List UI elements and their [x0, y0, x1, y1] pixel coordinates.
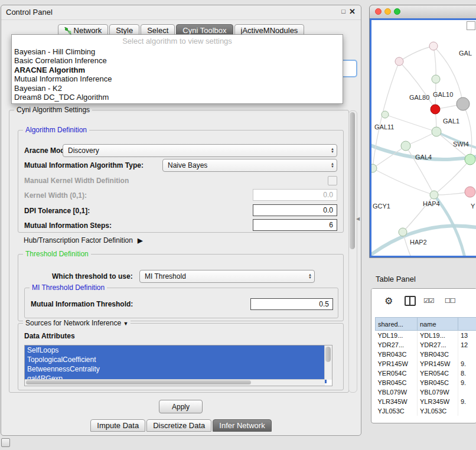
- network-node[interactable]: [371, 164, 377, 172]
- table-cell: YBR045C: [418, 378, 458, 387]
- minimize-traffic-light-icon[interactable]: [384, 8, 391, 15]
- network-node[interactable]: [429, 42, 438, 50]
- tab-infer-network[interactable]: Infer Network: [213, 419, 271, 432]
- algorithm-option[interactable]: ARACNE Algorithm: [12, 66, 343, 75]
- mi-steps-field[interactable]: 6: [253, 219, 337, 231]
- table-cell: YBR045C: [376, 378, 418, 387]
- attribute-list-hscrollbar[interactable]: [25, 379, 325, 386]
- network-node[interactable]: [431, 105, 440, 114]
- network-canvas[interactable]: GALGAL80GAL10GAL11GAL1SWI4GAL4GCY1HAP4HA…: [370, 18, 476, 257]
- dpi-tolerance-label: DPI Tolerance [0,1]:: [24, 207, 90, 215]
- scroll-thumb[interactable]: [26, 380, 251, 384]
- which-threshold-combo[interactable]: MI Threshold ▲▼: [139, 270, 315, 283]
- table-header-row: shared...name: [376, 318, 476, 331]
- table-row[interactable]: YER054CYER054C8.: [376, 369, 476, 378]
- attribute-table: shared...name YDL19...YDL19...13YDR27...…: [375, 317, 476, 416]
- table-row[interactable]: YJL053CYJL053C: [376, 406, 476, 416]
- network-node[interactable]: [465, 154, 475, 165]
- close-icon[interactable]: ✕: [349, 7, 356, 16]
- table-row[interactable]: YDL19...YDL19...13: [376, 331, 476, 341]
- network-edge[interactable]: [373, 168, 434, 195]
- table-toolbar: ⚙ ☑☑ ☐☐: [371, 289, 476, 314]
- dropdown-placeholder: Select algorithm to view settings: [12, 35, 343, 47]
- dropdown-options: Bayesian - Hill ClimbingBasic Correlatio…: [12, 47, 343, 102]
- table-row[interactable]: YBR045CYBR045C9.: [376, 378, 476, 387]
- tab-discretize-data[interactable]: Discretize Data: [146, 419, 211, 432]
- hub-definition-toggle[interactable]: Hub/Transcription Factor Definition ▶: [24, 236, 142, 244]
- attribute-list-vscrollbar[interactable]: [324, 345, 332, 380]
- expand-arrow-icon: ▶: [138, 237, 142, 244]
- network-node[interactable]: [382, 111, 389, 118]
- mi-type-label: Mutual Information Algorithm Type:: [24, 161, 144, 169]
- table-cell: YPR145W: [376, 359, 418, 369]
- mi-threshold-group-title: MI Threshold Definition: [30, 283, 107, 292]
- node-label: HAP2: [410, 239, 427, 246]
- zoom-traffic-light-icon[interactable]: [394, 8, 400, 15]
- network-window-titlebar[interactable]: [370, 5, 476, 19]
- table-row[interactable]: YLR345WYLR345W9.: [376, 397, 476, 406]
- mi-threshold-field[interactable]: 0.5: [250, 298, 333, 310]
- aracne-mode-combo[interactable]: Discovery ▲▼: [63, 144, 337, 157]
- kernel-width-field[interactable]: 0.0: [253, 189, 337, 201]
- algorithm-option[interactable]: Dream8 DC_TDC Algorithm: [12, 93, 343, 102]
- tab-impute-data[interactable]: Impute Data: [90, 419, 145, 432]
- table-row[interactable]: YBL079WYBL079W: [376, 387, 476, 397]
- network-edge[interactable]: [434, 159, 470, 195]
- attribute-list-item[interactable]: SelfLoops: [25, 345, 327, 355]
- manual-kernel-label: Manual Kernel Width Definition: [24, 177, 129, 185]
- network-edge[interactable]: [433, 46, 436, 79]
- mi-type-value: Naive Bayes: [168, 161, 207, 169]
- mi-type-combo[interactable]: Naive Bayes ▲▼: [162, 159, 337, 172]
- dpi-tolerance-field[interactable]: 0.0: [253, 204, 337, 216]
- network-node[interactable]: [457, 97, 470, 110]
- apply-button[interactable]: Apply: [159, 400, 203, 413]
- close-traffic-light-icon[interactable]: [375, 8, 382, 15]
- network-node[interactable]: [399, 228, 407, 236]
- gear-icon[interactable]: ⚙: [384, 295, 393, 306]
- node-label: HAP4: [423, 200, 440, 207]
- network-node[interactable]: [430, 191, 438, 199]
- table-header-cell[interactable]: shared...: [376, 318, 418, 331]
- table-row[interactable]: YDR27...YDR27...12: [376, 340, 476, 350]
- splitpane-collapse-icon[interactable]: ◀: [356, 216, 360, 221]
- network-node[interactable]: [395, 57, 403, 66]
- algorithm-option[interactable]: Bayesian - K2: [12, 84, 343, 93]
- network-node[interactable]: [465, 187, 475, 197]
- aracne-mode-value: Discovery: [68, 146, 99, 155]
- algorithm-option[interactable]: Bayesian - Hill Climbing: [12, 47, 343, 57]
- attribute-list-item[interactable]: TopologicalCoefficient: [25, 355, 327, 364]
- attribute-list-item[interactable]: BetweennessCentrality: [25, 364, 327, 374]
- algorithm-combo-partial[interactable]: [342, 60, 357, 77]
- algorithm-option[interactable]: Basic Correlation Inference: [12, 56, 343, 66]
- table-cell: YER054C: [418, 369, 458, 378]
- algorithm-option[interactable]: Mutual Information Inference: [12, 74, 343, 84]
- select-columns-icon[interactable]: ☑☑: [423, 297, 434, 305]
- network-edge[interactable]: [406, 132, 436, 146]
- network-edge[interactable]: [463, 104, 472, 159]
- network-node[interactable]: [401, 141, 410, 151]
- table-row[interactable]: YPR145WYPR145W9.: [376, 359, 476, 369]
- node-label: GAL10: [433, 91, 453, 98]
- combo-arrows-icon: ▲▼: [305, 273, 312, 279]
- table-header-cell[interactable]: [458, 318, 476, 331]
- threshold-definition-title: Threshold Definition: [23, 250, 91, 258]
- table-row[interactable]: YBR043CYBR043C: [376, 350, 476, 359]
- network-node[interactable]: [432, 75, 440, 83]
- columns-icon[interactable]: [405, 296, 416, 306]
- network-edge[interactable]: [399, 46, 433, 61]
- minimized-panel-icon[interactable]: [1, 438, 10, 447]
- float-window-icon[interactable]: □: [341, 8, 345, 15]
- attribute-list[interactable]: SelfLoopsTopologicalCoefficientBetweenne…: [24, 345, 332, 386]
- scroll-thumb[interactable]: [325, 347, 331, 362]
- network-node[interactable]: [432, 127, 441, 136]
- deselect-columns-icon[interactable]: ☐☐: [445, 297, 455, 305]
- manual-kernel-checkbox[interactable]: [328, 176, 337, 185]
- settings-scrollbar[interactable]: [348, 110, 357, 393]
- table-body: YDL19...YDL19...13YDR27...YDR27...12YBR0…: [376, 331, 476, 416]
- chevron-down-icon[interactable]: ▼: [123, 321, 128, 327]
- node-label: GAL11: [374, 123, 394, 131]
- network-svg: GALGAL80GAL10GAL11GAL1SWI4GAL4GCY1HAP4HA…: [371, 20, 476, 256]
- network-edge[interactable]: [399, 61, 435, 109]
- table-header-cell[interactable]: name: [418, 318, 458, 331]
- scroll-thumb[interactable]: [350, 112, 355, 249]
